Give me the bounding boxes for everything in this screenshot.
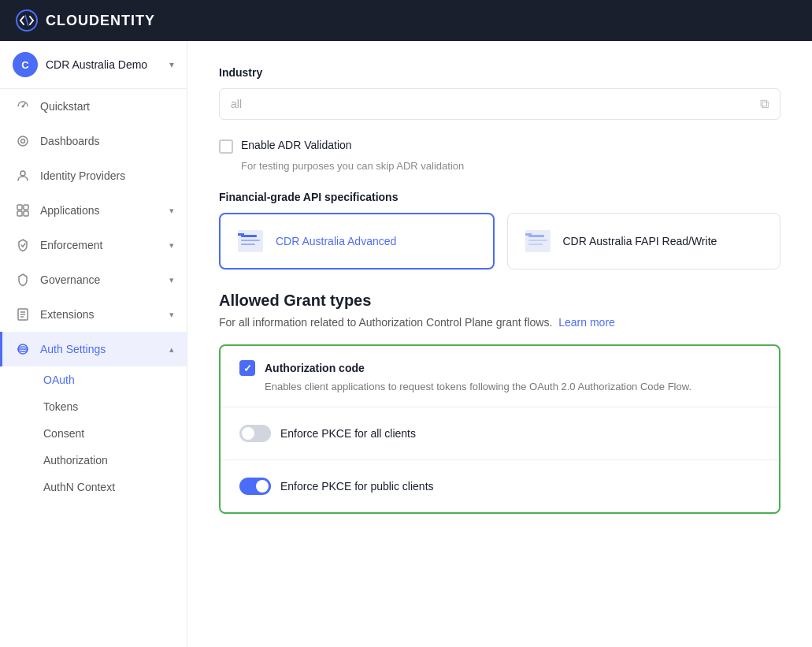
applications-icon: [15, 203, 31, 218]
copy-icon[interactable]: ⧉: [760, 97, 769, 111]
extensions-icon: [15, 307, 31, 322]
adr-checkbox[interactable]: [219, 139, 233, 154]
pkce-all-item: Enforce PKCE for all clients: [221, 407, 779, 460]
app-name: CLOUDENTITY: [46, 13, 155, 29]
sidebar-item-applications[interactable]: Applications ▾: [0, 193, 187, 228]
governance-icon: [15, 272, 31, 288]
svg-point-3: [18, 136, 28, 146]
auth-code-check-row: Authorization code: [239, 360, 760, 376]
grant-title: Allowed Grant types: [219, 292, 780, 310]
industry-input[interactable]: all ⧉: [219, 88, 780, 120]
oauth-label: OAuth: [43, 374, 75, 386]
governance-arrow-icon: ▾: [169, 275, 174, 285]
svg-point-2: [22, 106, 24, 108]
industry-field-row: Industry all ⧉: [219, 66, 780, 120]
applications-arrow-icon: ▾: [169, 206, 174, 216]
svg-rect-7: [24, 205, 28, 210]
pkce-all-row: Enforce PKCE for all clients: [239, 422, 760, 445]
sidebar-subitem-consent[interactable]: Consent: [0, 420, 187, 447]
sidebar-item-dashboards[interactable]: Dashboards: [0, 124, 187, 158]
pkce-public-toggle[interactable]: [239, 478, 271, 495]
tokens-label: Tokens: [43, 400, 78, 413]
sidebar: C CDR Australia Demo ▾ Quickstart Dashbo…: [0, 41, 187, 647]
svg-point-5: [20, 171, 25, 176]
spec-card-label-advanced: CDR Australia Advanced: [276, 235, 396, 247]
dashboards-label: Dashboards: [40, 135, 174, 147]
financial-api-section: Financial-grade API specifications CDR A…: [219, 191, 780, 270]
spec-cards: CDR Australia Advanced CDR Australia FAP…: [219, 213, 780, 270]
sidebar-item-extensions[interactable]: Extensions ▾: [0, 297, 187, 332]
quickstart-label: Quickstart: [40, 100, 174, 113]
authn-context-label: AuthN Context: [43, 481, 115, 493]
adr-help: For testing purposes you can skip ADR va…: [241, 160, 780, 172]
pkce-public-item: Enforce PKCE for public clients: [221, 460, 779, 512]
pkce-all-thumb: [242, 427, 254, 440]
sidebar-item-auth-settings[interactable]: Auth Settings ▴: [0, 332, 187, 366]
spec-card-cdr-fapi[interactable]: CDR Australia FAPI Read/Write: [507, 213, 781, 270]
consent-label: Consent: [43, 427, 84, 440]
enforcement-icon: [15, 237, 31, 253]
svg-rect-6: [17, 205, 22, 210]
authorization-label: Authorization: [43, 454, 108, 467]
sidebar-subitem-oauth[interactable]: OAuth: [0, 366, 187, 393]
quickstart-icon: [15, 99, 31, 114]
auth-code-desc: Enables client applications to request t…: [265, 381, 760, 392]
grant-item-auth-code: Authorization code Enables client applic…: [221, 346, 779, 407]
auth-settings-label: Auth Settings: [40, 343, 160, 355]
workspace-chevron-icon: ▾: [169, 59, 174, 70]
workspace-selector[interactable]: C CDR Australia Demo ▾: [0, 41, 187, 89]
pkce-all-toggle[interactable]: [239, 425, 271, 442]
workspace-avatar: C: [13, 52, 38, 77]
svg-point-4: [21, 139, 25, 143]
extensions-label: Extensions: [40, 308, 160, 321]
topbar: CLOUDENTITY: [0, 0, 812, 41]
applications-label: Applications: [40, 204, 160, 217]
industry-value: all: [231, 98, 242, 110]
sidebar-item-enforcement[interactable]: Enforcement ▾: [0, 228, 187, 262]
sidebar-item-quickstart[interactable]: Quickstart: [0, 89, 187, 124]
spec-card-icon-advanced: [236, 227, 265, 255]
logo-icon: [16, 9, 38, 32]
spec-card-cdr-advanced[interactable]: CDR Australia Advanced: [219, 213, 495, 270]
sidebar-item-identity-providers[interactable]: Identity Providers: [0, 158, 187, 193]
svg-rect-26: [525, 233, 532, 236]
extensions-arrow-icon: ▾: [169, 310, 174, 320]
pkce-public-thumb: [256, 480, 269, 493]
auth-settings-arrow-icon: ▴: [169, 344, 174, 355]
adr-validation-row: Enable ADR Validation For testing purpos…: [219, 139, 780, 172]
spec-card-label-fapi: CDR Australia FAPI Read/Write: [563, 235, 717, 247]
workspace-name: CDR Australia Demo: [46, 58, 161, 71]
grant-box: Authorization code Enables client applic…: [219, 344, 780, 514]
sidebar-subitem-authn-context[interactable]: AuthN Context: [0, 474, 187, 500]
grant-desc: For all information related to Authoriza…: [219, 316, 780, 329]
enforcement-arrow-icon: ▾: [169, 240, 174, 251]
sidebar-subitem-authorization[interactable]: Authorization: [0, 447, 187, 474]
svg-rect-19: [241, 240, 260, 241]
svg-rect-25: [528, 244, 543, 245]
main-content: Industry all ⧉ Enable ADR Validation For…: [187, 41, 812, 647]
app-logo: CLOUDENTITY: [16, 9, 155, 32]
svg-line-1: [25, 15, 28, 26]
auth-code-label: Authorization code: [265, 362, 365, 374]
sidebar-item-governance[interactable]: Governance ▾: [0, 262, 187, 297]
enforcement-label: Enforcement: [40, 239, 160, 251]
industry-label: Industry: [219, 66, 780, 79]
auth-settings-icon: [15, 341, 31, 357]
svg-rect-9: [24, 211, 28, 216]
pkce-public-row: Enforce PKCE for public clients: [239, 474, 760, 498]
learn-more-link[interactable]: Learn more: [558, 316, 615, 329]
governance-label: Governance: [40, 273, 160, 286]
pkce-public-label: Enforce PKCE for public clients: [280, 480, 434, 493]
sidebar-subitem-tokens[interactable]: Tokens: [0, 393, 187, 420]
auth-code-checkbox[interactable]: [239, 360, 255, 376]
adr-checkbox-row: Enable ADR Validation: [219, 139, 780, 154]
dashboards-icon: [15, 133, 31, 149]
spec-card-icon-fapi: [524, 227, 552, 255]
identity-providers-label: Identity Providers: [40, 169, 174, 182]
identity-providers-icon: [15, 168, 31, 184]
svg-rect-20: [241, 244, 255, 245]
grant-section: Allowed Grant types For all information …: [219, 292, 780, 514]
svg-rect-8: [17, 211, 22, 216]
svg-rect-21: [238, 233, 244, 236]
adr-label: Enable ADR Validation: [241, 139, 352, 151]
